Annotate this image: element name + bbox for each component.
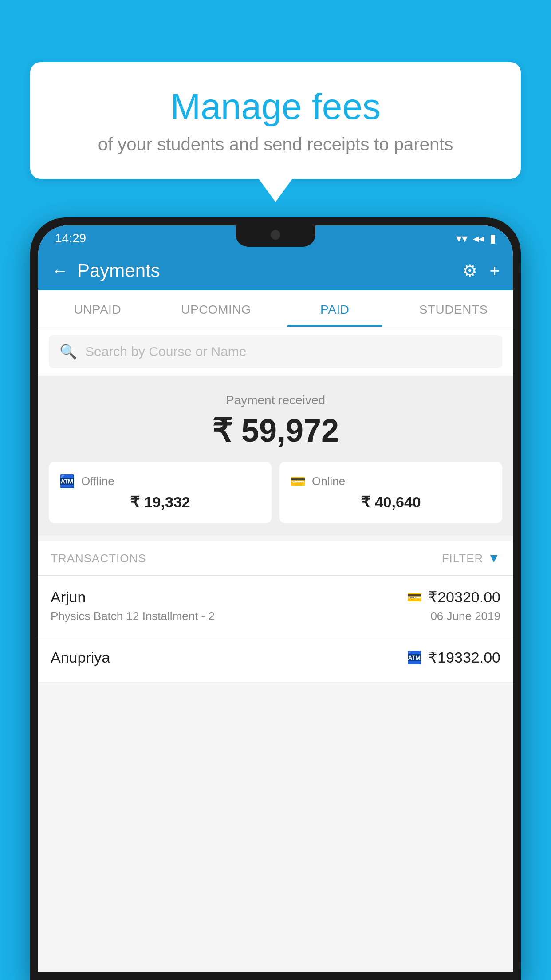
tabs-container: UNPAID UPCOMING PAID STUDENTS bbox=[38, 290, 513, 327]
transaction-amount: ₹19332.00 bbox=[428, 648, 500, 666]
search-container: 🔍 Search by Course or Name bbox=[38, 327, 513, 376]
filter-icon: ▼ bbox=[488, 551, 500, 565]
online-icon: 💳 bbox=[290, 474, 306, 489]
offline-icon: 🏧 bbox=[59, 474, 75, 489]
header-actions: ⚙ + bbox=[462, 261, 500, 281]
speech-bubble-container: Manage fees of your students and send re… bbox=[30, 62, 521, 179]
offline-card-header: 🏧 Offline bbox=[59, 474, 261, 489]
transaction-online-icon: 💳 bbox=[407, 590, 422, 605]
transaction-date: 06 June 2019 bbox=[430, 609, 500, 623]
transaction-row-top: Arjun 💳 ₹20320.00 bbox=[51, 588, 500, 606]
tab-upcoming[interactable]: UPCOMING bbox=[157, 290, 276, 327]
online-card: 💳 Online ₹ 40,640 bbox=[279, 462, 502, 523]
transaction-name: Anupriya bbox=[51, 649, 110, 666]
payment-received-label: Payment received bbox=[49, 393, 502, 407]
tab-paid[interactable]: PAID bbox=[276, 290, 394, 327]
payment-summary: Payment received ₹ 59,972 🏧 Offline ₹ 19… bbox=[38, 376, 513, 536]
payment-cards: 🏧 Offline ₹ 19,332 💳 Online ₹ 40,640 bbox=[49, 462, 502, 523]
search-placeholder: Search by Course or Name bbox=[85, 344, 247, 359]
plus-button[interactable]: + bbox=[490, 261, 500, 281]
back-button[interactable]: ← bbox=[51, 261, 68, 281]
phone-frame: 14:29 ▾▾ ◂◂ ▮ ← Payments ⚙ + UNPAID UPCO… bbox=[30, 217, 521, 980]
transaction-amount: ₹20320.00 bbox=[428, 588, 500, 606]
status-icons: ▾▾ ◂◂ ▮ bbox=[456, 232, 496, 245]
transaction-course: Physics Batch 12 Installment - 2 bbox=[51, 609, 215, 623]
search-icon: 🔍 bbox=[59, 343, 77, 360]
app-header: ← Payments ⚙ + bbox=[38, 251, 513, 290]
transaction-offline-icon: 🏧 bbox=[407, 650, 422, 665]
online-label: Online bbox=[312, 474, 345, 488]
offline-amount: ₹ 19,332 bbox=[59, 493, 261, 511]
wifi-icon: ▾▾ bbox=[456, 232, 468, 245]
phone-camera bbox=[271, 230, 280, 240]
transactions-label: TRANSACTIONS bbox=[51, 552, 146, 565]
status-time: 14:29 bbox=[55, 231, 86, 245]
phone-screen: 14:29 ▾▾ ◂◂ ▮ ← Payments ⚙ + UNPAID UPCO… bbox=[38, 225, 513, 972]
tab-students[interactable]: STUDENTS bbox=[394, 290, 513, 327]
offline-card: 🏧 Offline ₹ 19,332 bbox=[49, 462, 272, 523]
transaction-row[interactable]: Anupriya 🏧 ₹19332.00 bbox=[38, 636, 513, 683]
battery-icon: ▮ bbox=[490, 232, 496, 245]
online-amount: ₹ 40,640 bbox=[290, 493, 492, 511]
bubble-title: Manage fees bbox=[57, 87, 494, 126]
payment-total-amount: ₹ 59,972 bbox=[49, 412, 502, 449]
signal-icon: ◂◂ bbox=[473, 232, 484, 245]
transaction-amount-wrapper: 💳 ₹20320.00 bbox=[407, 588, 500, 606]
transaction-row-top: Anupriya 🏧 ₹19332.00 bbox=[51, 648, 500, 666]
header-title: Payments bbox=[77, 260, 462, 281]
gear-button[interactable]: ⚙ bbox=[462, 261, 477, 281]
transactions-header: TRANSACTIONS FILTER ▼ bbox=[38, 541, 513, 576]
filter-label: FILTER bbox=[442, 552, 484, 565]
transaction-name: Arjun bbox=[51, 589, 86, 606]
transaction-amount-wrapper: 🏧 ₹19332.00 bbox=[407, 648, 500, 666]
transaction-row-bottom: Physics Batch 12 Installment - 2 06 June… bbox=[51, 609, 500, 623]
phone-notch bbox=[236, 225, 315, 247]
transaction-row[interactable]: Arjun 💳 ₹20320.00 Physics Batch 12 Insta… bbox=[38, 576, 513, 636]
tab-unpaid[interactable]: UNPAID bbox=[38, 290, 157, 327]
speech-bubble: Manage fees of your students and send re… bbox=[30, 62, 521, 179]
search-input-wrapper[interactable]: 🔍 Search by Course or Name bbox=[49, 335, 502, 368]
filter-button[interactable]: FILTER ▼ bbox=[442, 551, 500, 565]
bubble-subtitle: of your students and send receipts to pa… bbox=[57, 134, 494, 154]
online-card-header: 💳 Online bbox=[290, 474, 492, 489]
offline-label: Offline bbox=[81, 474, 114, 488]
